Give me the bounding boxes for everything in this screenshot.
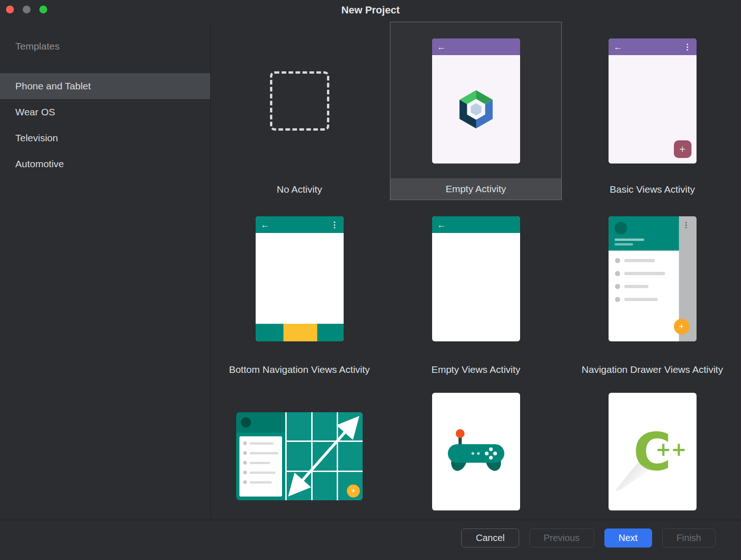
sidebar-item-label: Phone and Tablet bbox=[15, 81, 91, 92]
placeholder-line bbox=[615, 243, 633, 245]
navigation-drawer-thumbnail: ⋮ bbox=[609, 216, 697, 341]
grid-tile bbox=[287, 442, 311, 470]
nav-segment bbox=[256, 324, 283, 341]
back-arrow-icon: ← bbox=[437, 43, 446, 51]
empty-views-thumbnail: ← bbox=[432, 216, 520, 341]
placeholder-line bbox=[624, 298, 658, 301]
window-title: New Project bbox=[0, 0, 741, 20]
grid-tile bbox=[287, 472, 311, 500]
game-controller-icon bbox=[446, 428, 506, 476]
placeholder-line bbox=[250, 452, 278, 454]
cancel-button[interactable]: Cancel bbox=[461, 529, 519, 547]
bullet-icon bbox=[615, 284, 620, 289]
nav-segment-selected bbox=[283, 324, 317, 341]
list-item bbox=[615, 297, 679, 302]
grid-tile bbox=[338, 412, 363, 440]
list-item bbox=[615, 284, 679, 289]
bullet-icon bbox=[615, 297, 620, 302]
responsive-thumbnail: + bbox=[236, 412, 363, 500]
bullet-icon bbox=[615, 271, 620, 276]
list-item bbox=[615, 271, 679, 276]
bullet-icon bbox=[243, 451, 247, 455]
placeholder-line bbox=[250, 442, 274, 445]
list-item bbox=[243, 451, 278, 455]
appbar: ← ⋮ bbox=[256, 216, 344, 233]
template-label: Basic Views Activity bbox=[566, 179, 738, 200]
template-card-responsive[interactable]: + bbox=[214, 393, 385, 500]
panel-header bbox=[236, 412, 285, 433]
sidebar-item-label: Automotive bbox=[15, 158, 64, 170]
no-activity-thumbnail bbox=[256, 38, 344, 164]
template-card-no-activity[interactable]: No Activity bbox=[214, 22, 385, 200]
responsive-left-panel bbox=[236, 412, 285, 500]
list-item bbox=[615, 258, 679, 263]
next-button[interactable]: Next bbox=[604, 529, 652, 547]
avatar bbox=[615, 222, 627, 234]
template-card-navigation-drawer-views-activity[interactable]: ⋮ bbox=[566, 200, 738, 393]
thumbnail-body bbox=[432, 55, 520, 164]
placeholder-line bbox=[250, 481, 272, 484]
grid-tile bbox=[338, 442, 363, 470]
template-label: No Activity bbox=[214, 179, 385, 200]
sidebar-item-wear-os[interactable]: Wear OS bbox=[0, 99, 210, 125]
placeholder-line bbox=[250, 462, 270, 464]
appbar: ← bbox=[432, 216, 520, 233]
cpp-logo-icon: C ++ bbox=[620, 424, 685, 479]
sidebar-item-automotive[interactable]: Automotive bbox=[0, 151, 210, 177]
basic-views-thumbnail: ← ⋮ + bbox=[609, 38, 697, 164]
bullet-icon bbox=[243, 441, 247, 445]
template-card-bottom-navigation-views-activity[interactable]: ← ⋮ Bottom Navigation Views Activity bbox=[214, 200, 385, 393]
placeholder-line bbox=[624, 285, 648, 288]
list-card bbox=[239, 436, 282, 497]
back-arrow-icon: ← bbox=[437, 220, 446, 229]
template-gallery: No Activity ← bbox=[211, 20, 741, 520]
placeholder-line bbox=[250, 472, 276, 474]
bullet-icon bbox=[615, 258, 620, 263]
fab-plus-icon: + bbox=[674, 140, 691, 158]
template-label-selected: Empty Activity bbox=[390, 178, 561, 200]
empty-activity-thumbnail: ← bbox=[432, 38, 520, 164]
placeholder-line bbox=[624, 259, 655, 262]
list-item bbox=[243, 480, 278, 484]
drawer-menu-list bbox=[609, 251, 679, 341]
list-item bbox=[243, 471, 278, 474]
sidebar-item-label: Television bbox=[15, 132, 58, 144]
list-item bbox=[243, 461, 278, 465]
template-card-empty-views-activity[interactable]: ← Empty Views Activity bbox=[390, 200, 562, 393]
bullet-icon bbox=[243, 471, 247, 474]
bottom-navigation-thumbnail: ← ⋮ bbox=[256, 216, 344, 341]
drawer-header bbox=[609, 216, 679, 251]
sidebar-item-television[interactable]: Television bbox=[0, 125, 210, 151]
kebab-menu-icon: ⋮ bbox=[683, 220, 690, 229]
sidebar-item-label: Wear OS bbox=[15, 107, 55, 118]
sidebar-header: Templates bbox=[0, 20, 210, 73]
template-card-empty-activity[interactable]: ← Empty Activity bbox=[390, 22, 562, 200]
template-card-basic-views-activity[interactable]: ← ⋮ + Basic Views Activity bbox=[566, 22, 738, 200]
appbar: ← bbox=[432, 38, 520, 55]
dashed-placeholder-icon bbox=[270, 71, 329, 131]
grid-tile bbox=[313, 412, 337, 440]
template-card-cpp[interactable]: C ++ bbox=[566, 393, 738, 510]
kebab-menu-icon: ⋮ bbox=[331, 221, 339, 229]
placeholder-line bbox=[624, 272, 665, 275]
grid-tile bbox=[313, 472, 337, 500]
placeholder-line bbox=[615, 239, 644, 241]
back-arrow-icon: ← bbox=[261, 220, 270, 229]
dialog-footer: Cancel Previous Next Finish bbox=[0, 520, 741, 560]
previous-button[interactable]: Previous bbox=[529, 529, 594, 547]
grid-tile bbox=[313, 442, 337, 470]
back-arrow-icon: ← bbox=[614, 43, 622, 51]
bullet-icon bbox=[243, 480, 247, 484]
titlebar: New Project bbox=[0, 0, 741, 20]
template-label: Empty Views Activity bbox=[390, 359, 562, 380]
kebab-menu-icon: ⋮ bbox=[684, 43, 691, 51]
bullet-icon bbox=[243, 461, 247, 465]
cpp-logo-plus-plus: ++ bbox=[655, 439, 686, 460]
cpp-thumbnail: C ++ bbox=[609, 393, 697, 510]
sidebar: Templates Phone and Tablet Wear OS Telev… bbox=[0, 20, 211, 520]
nav-segment bbox=[317, 324, 344, 341]
template-card-game[interactable] bbox=[390, 393, 562, 510]
list-item bbox=[243, 441, 278, 445]
sidebar-item-phone-and-tablet[interactable]: Phone and Tablet bbox=[0, 73, 210, 99]
finish-button[interactable]: Finish bbox=[662, 529, 716, 547]
